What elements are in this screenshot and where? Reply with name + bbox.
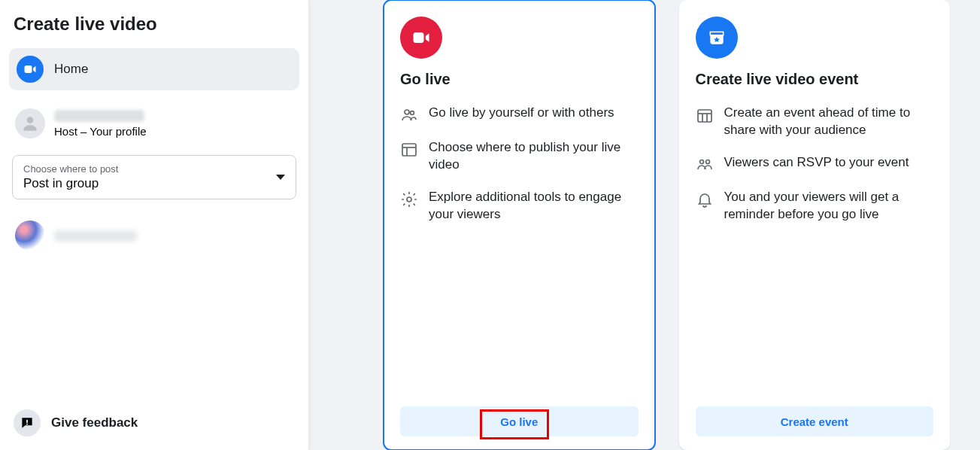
chevron-down-icon <box>276 175 285 180</box>
feedback-label: Give feedback <box>51 415 138 430</box>
people-icon <box>400 106 418 124</box>
svg-rect-3 <box>26 424 28 425</box>
feature-text: Create an event ahead of time to share w… <box>724 105 934 139</box>
layout-icon <box>400 141 418 159</box>
select-value: Post in group <box>23 176 118 191</box>
feature-item: You and your viewers will get a reminder… <box>696 189 934 223</box>
calendar-icon <box>696 106 714 124</box>
feature-text: Go live by yourself or with others <box>429 105 614 122</box>
page-title: Create live video <box>14 14 295 35</box>
feature-item: Choose where to publish your live video <box>400 139 639 174</box>
feature-item: Viewers can RSVP to your event <box>696 154 934 174</box>
feature-text: You and your viewers will get a reminder… <box>724 189 934 223</box>
audience-icon <box>696 156 714 174</box>
feature-item: Create an event ahead of time to share w… <box>696 105 934 139</box>
profile-name-redacted <box>54 110 144 122</box>
feature-text: Viewers can RSVP to your event <box>724 154 909 172</box>
gear-icon <box>400 190 418 208</box>
feature-text: Explore additional tools to engage your … <box>429 189 639 223</box>
feature-list: Go live by yourself or with others Choos… <box>400 105 639 393</box>
svg-point-20 <box>705 160 709 163</box>
feature-text: Choose where to publish your live video <box>429 139 639 174</box>
group-name-redacted <box>54 230 137 242</box>
card-go-live[interactable]: Go live Go live by yourself or with othe… <box>384 0 655 450</box>
sidebar-item-home[interactable]: Home <box>9 48 299 90</box>
svg-rect-4 <box>414 32 424 43</box>
live-camera-icon <box>400 17 442 59</box>
svg-point-5 <box>405 110 409 114</box>
group-row[interactable] <box>9 217 299 254</box>
svg-rect-0 <box>25 65 32 73</box>
bell-icon <box>696 190 714 208</box>
feature-item: Go live by yourself or with others <box>400 105 639 124</box>
sidebar-item-label: Home <box>54 62 88 77</box>
svg-point-6 <box>411 111 414 115</box>
give-feedback-button[interactable]: Give feedback <box>14 409 138 436</box>
host-profile-row[interactable]: Host – Your profile <box>9 105 299 141</box>
card-create-event[interactable]: Create live video event Create an event … <box>679 0 951 450</box>
host-subtitle: Host – Your profile <box>54 125 147 138</box>
svg-rect-7 <box>402 144 416 156</box>
post-destination-select[interactable]: Choose where to post Post in group <box>12 155 296 199</box>
group-avatar <box>15 220 45 251</box>
calendar-star-icon <box>696 17 738 59</box>
avatar <box>15 108 45 138</box>
feature-list: Create an event ahead of time to share w… <box>696 105 934 393</box>
main-content: Go live Go live by yourself or with othe… <box>308 0 980 450</box>
camera-icon <box>17 56 44 83</box>
svg-point-10 <box>407 197 411 202</box>
svg-rect-2 <box>26 420 28 423</box>
card-title: Go live <box>400 71 639 88</box>
sidebar: Create live video Home Host – Your profi… <box>0 0 308 450</box>
card-title: Create live video event <box>696 71 934 88</box>
go-live-button[interactable]: Go live <box>400 406 639 436</box>
svg-point-1 <box>27 117 34 123</box>
select-label: Choose where to post <box>23 163 118 175</box>
feature-item: Explore additional tools to engage your … <box>400 189 639 223</box>
svg-rect-15 <box>698 110 711 122</box>
svg-point-19 <box>699 160 703 163</box>
create-event-button[interactable]: Create event <box>696 406 934 436</box>
feedback-icon <box>14 409 41 436</box>
